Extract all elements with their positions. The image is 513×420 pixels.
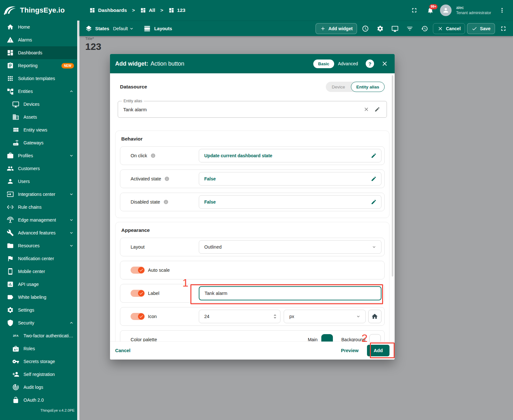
toolbar-right: Add widget Cancel Save xyxy=(316,23,510,34)
background-color-swatch[interactable] xyxy=(369,334,381,342)
chevron-up-icon[interactable] xyxy=(69,89,74,94)
sidebar-item-mobile-center[interactable]: Mobile center xyxy=(0,265,77,278)
sidebar-item-resources[interactable]: Resources xyxy=(0,239,77,252)
breadcrumb-dashboards[interactable]: Dashboards xyxy=(89,7,127,13)
save-dashboard-button[interactable]: Save xyxy=(467,23,495,34)
sidebar-item-gateways[interactable]: Gateways xyxy=(0,136,77,149)
layouts-button[interactable]: Layouts xyxy=(144,25,172,32)
sidebar-item-home[interactable]: Home xyxy=(0,21,77,33)
sidebar-item-entities[interactable]: Entities xyxy=(0,85,77,98)
fullscreen-button[interactable] xyxy=(497,23,510,34)
layout-select[interactable]: Outlined xyxy=(199,240,381,254)
close-dialog-button[interactable] xyxy=(379,58,390,69)
chevron-up-icon[interactable] xyxy=(69,320,74,325)
sidebar-item-alarms[interactable]: Alarms xyxy=(0,33,77,46)
icon-size-input[interactable] xyxy=(200,314,274,319)
sidebar-item-solution-templates[interactable]: Solution templates xyxy=(0,72,77,85)
breadcrumb-all[interactable]: All xyxy=(140,7,155,13)
stepper-arrows[interactable] xyxy=(274,314,276,319)
edit-on-click-button[interactable] xyxy=(368,150,379,161)
icon-picker-button[interactable] xyxy=(368,310,381,323)
sidebar-item-settings[interactable]: Settings xyxy=(0,304,77,316)
sidebar-item-edge-management[interactable]: Edge management xyxy=(0,214,77,226)
sidebar-item-devices[interactable]: Devices xyxy=(0,98,77,111)
sidebar-item-reporting[interactable]: Reporting NEW xyxy=(0,59,77,72)
device-toggle-option[interactable]: Device xyxy=(326,85,351,89)
add-button[interactable]: Add xyxy=(367,345,389,356)
add-widget-button[interactable]: Add widget xyxy=(316,23,357,34)
chevron-down-icon[interactable] xyxy=(69,230,74,235)
fullscreen-button[interactable] xyxy=(408,4,421,17)
datasource-section-title: Datasource xyxy=(120,84,147,90)
edit-disabled-state-button[interactable] xyxy=(368,196,379,207)
entity-views-icon xyxy=(12,126,20,133)
sidebar-item-dashboards[interactable]: Dashboards xyxy=(0,46,77,59)
time-window-button[interactable] xyxy=(359,23,372,34)
entity-alias-toggle-option[interactable]: Entity alias xyxy=(351,82,385,92)
label-text-input[interactable] xyxy=(199,286,381,300)
sidebar-item-audit-logs[interactable]: Audit logs xyxy=(0,381,77,394)
sidebar-item-api-usage[interactable]: API usage xyxy=(0,278,77,291)
icon-size-stepper[interactable] xyxy=(199,310,280,323)
dialog-scrollbar[interactable] xyxy=(392,75,393,277)
version-history-button[interactable] xyxy=(418,23,431,34)
icon-unit-select[interactable]: px xyxy=(284,310,366,323)
auto-scale-row: Auto scale xyxy=(120,261,385,279)
filters-button[interactable] xyxy=(403,23,416,34)
close-icon xyxy=(381,60,388,67)
spinner-up-icon[interactable] xyxy=(274,314,276,316)
sidebar-scrollbar[interactable] xyxy=(77,21,79,420)
chevron-down-icon[interactable] xyxy=(69,243,74,248)
more-menu-button[interactable] xyxy=(496,4,508,17)
auto-scale-toggle[interactable] xyxy=(131,267,145,274)
sidebar-item-integrations-center[interactable]: Integrations center xyxy=(0,188,77,201)
notifications-button[interactable]: 99+ xyxy=(424,4,437,17)
entity-aliases-button[interactable] xyxy=(389,23,401,34)
sidebar-item-security[interactable]: Security xyxy=(0,316,77,329)
sidebar-item-advanced-features[interactable]: Advanced features xyxy=(0,226,77,239)
breadcrumb-123[interactable]: 123 xyxy=(169,7,186,13)
icon-toggle[interactable] xyxy=(131,313,145,320)
sidebar-item-rule-chains[interactable]: Rule chains xyxy=(0,201,77,214)
main-color-swatch[interactable] xyxy=(321,334,333,342)
entity-alias-field-value: Tank alarm xyxy=(123,107,361,112)
spinner-down-icon[interactable] xyxy=(274,317,276,319)
edit-entity-alias-button[interactable] xyxy=(372,104,383,115)
sidebar-item-users[interactable]: Users xyxy=(0,175,77,188)
on-click-value-box[interactable]: Update current dashboard state xyxy=(199,149,381,162)
sidebar-item-entity-views[interactable]: Entity views xyxy=(0,123,77,136)
entity-alias-field[interactable]: Entity alias Tank alarm xyxy=(118,101,387,118)
sidebar-item-self-registration[interactable]: Self registration xyxy=(0,368,77,381)
sidebar-item-white-labeling[interactable]: White labeling xyxy=(0,291,77,304)
sidebar-item-two-factor-auth[interactable]: 2FA Two-factor authenticati… xyxy=(0,329,77,342)
help-button[interactable]: ? xyxy=(366,59,374,68)
avatar[interactable] xyxy=(440,5,452,16)
sidebar-item-oauth[interactable]: OAuth 2.0 xyxy=(0,394,77,406)
app-logo[interactable]: ThingsEye.io xyxy=(3,5,78,16)
sidebar-item-secrets-storage[interactable]: Secrets storage xyxy=(0,355,77,368)
label-toggle[interactable] xyxy=(131,290,145,297)
chevron-down-icon[interactable] xyxy=(69,192,74,197)
dashboard-settings-button[interactable] xyxy=(374,23,387,34)
preview-button[interactable]: Preview xyxy=(341,348,359,353)
activated-state-value-box[interactable]: False xyxy=(199,172,381,186)
activated-state-row: Activated state False xyxy=(120,169,385,188)
tab-advanced[interactable]: Advanced xyxy=(338,61,358,66)
sidebar-item-profiles[interactable]: Profiles xyxy=(0,149,77,162)
chevron-down-icon[interactable] xyxy=(69,153,74,158)
customers-icon xyxy=(6,165,14,172)
sidebar-item-notification-center[interactable]: Notification center xyxy=(0,252,77,265)
cancel-edit-button[interactable]: Cancel xyxy=(433,23,465,34)
chevron-down-icon[interactable] xyxy=(69,217,74,223)
state-select[interactable]: Default xyxy=(113,26,134,31)
disabled-state-value-box[interactable]: False xyxy=(199,195,381,209)
edit-activated-state-button[interactable] xyxy=(368,173,379,184)
info-icon xyxy=(164,176,169,181)
clear-entity-alias-button[interactable] xyxy=(361,104,372,115)
sidebar-item-customers[interactable]: Customers xyxy=(0,162,77,175)
fullscreen-icon xyxy=(500,25,507,32)
tab-basic[interactable]: Basic xyxy=(313,59,334,68)
sidebar-item-assets[interactable]: Assets xyxy=(0,111,77,123)
sidebar-item-roles[interactable]: Roles xyxy=(0,342,77,355)
cancel-dialog-button[interactable]: Cancel xyxy=(115,348,131,353)
